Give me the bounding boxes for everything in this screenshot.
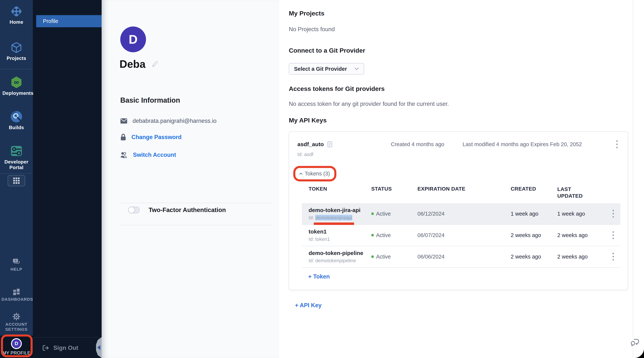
home-icon [10, 5, 23, 18]
sidebar-item-label: ACCOUNT SETTINGS [2, 322, 31, 332]
avatar-ring: D [11, 338, 22, 349]
col-header-expiration: EXPIRATION DATE [411, 186, 504, 192]
token-menu-kebab[interactable] [611, 209, 616, 218]
col-header-token: TOKEN [302, 186, 364, 192]
sidebar-item-developer-portal[interactable]: Developer Portal [0, 144, 33, 170]
expiration-date: 06/07/2024 [411, 232, 504, 238]
sidebar-item-home[interactable]: Home [0, 5, 33, 25]
sidebar-item-label: Builds [9, 125, 24, 130]
table-row-token[interactable]: demo-token-pipeline Id: demotokenpipelin… [302, 246, 620, 268]
api-key-card: asdf_auto Created 4 months ago Last modi… [289, 131, 628, 290]
access-tokens-heading: Access tokens for Git providers [289, 85, 644, 92]
git-provider-select[interactable]: Select a Git Provider [289, 63, 364, 75]
sidebar-item-label: Home [10, 20, 23, 25]
expiration-date: 06/06/2024 [411, 254, 504, 260]
dashboards-icon [12, 288, 20, 296]
created-ago: 2 weeks ago [504, 232, 550, 238]
sidebar-item-label: Projects [6, 56, 26, 61]
grid-menu-icon [12, 176, 20, 185]
sidebar-item-my-profile[interactable]: D MY PROFILE [0, 336, 33, 358]
token-menu-kebab[interactable] [611, 252, 616, 261]
profile-avatar: D [120, 27, 146, 52]
chat-support-icon[interactable] [630, 338, 640, 347]
copy-icon[interactable] [327, 141, 332, 147]
api-keys-heading: My API Keys [289, 117, 644, 124]
updated-ago: 1 week ago [550, 211, 600, 217]
profile-summary-panel: D Deba Basic Information debabrata.panig… [102, 0, 279, 358]
api-key-menu-kebab[interactable] [614, 140, 620, 149]
sidebar-item-projects[interactable]: Projects [0, 41, 33, 61]
collapse-arrow-icon [97, 345, 100, 350]
token-menu-kebab[interactable] [611, 231, 616, 240]
deployments-icon: ∞ [10, 76, 23, 89]
token-id-selected-text: demotokenjiraapi [315, 215, 352, 221]
sidebar-spacer [0, 186, 33, 258]
content-edge-line [633, 0, 633, 358]
divider [120, 203, 272, 203]
switch-account-link[interactable]: Switch Account [133, 151, 176, 158]
builds-icon [10, 110, 23, 123]
sidebar-item-label: HELP [10, 267, 22, 272]
tokens-expander-label: Tokens (3) [305, 170, 330, 177]
tokens-table-header: TOKEN STATUS EXPIRATION DATE CREATED LAS… [302, 186, 620, 203]
two-factor-row: Two-Factor Authentication [128, 207, 226, 214]
email-row: debabrata.panigrahi@harness.io [120, 118, 216, 124]
col-header-last-updated: LAST UPDATED [550, 186, 600, 200]
basic-information-heading: Basic Information [120, 96, 180, 104]
edit-name-pencil-icon[interactable] [151, 60, 158, 68]
change-password-row: Change Password [120, 134, 182, 141]
tokens-table: TOKEN STATUS EXPIRATION DATE CREATED LAS… [302, 186, 620, 268]
status-label: Active [376, 232, 391, 238]
sidebar-item-builds[interactable]: Builds [0, 110, 33, 130]
chevron-up-icon [299, 171, 303, 176]
table-row-token[interactable]: demo-token-jira-api Id: demotokenjiraapi… [302, 203, 620, 225]
git-provider-select-value: Select a Git Provider [294, 66, 347, 72]
add-api-key-button[interactable]: + API Key [295, 302, 322, 309]
toggle-knob [128, 207, 135, 213]
api-key-name-group: asdf_auto [298, 141, 391, 147]
nav-item-profile-selected[interactable]: Profile [36, 15, 102, 27]
developer-portal-icon [10, 144, 23, 158]
profile-name: Deba [120, 58, 146, 70]
git-provider-heading: Connect to a Git Provider [289, 47, 644, 54]
token-name: demo-token-pipeline [308, 250, 364, 256]
divider [120, 225, 272, 225]
sidebar-item-label: DASHBOARDS [2, 297, 31, 302]
sidebar-utility-section: ? HELP DASHBOARDS [0, 258, 33, 336]
tokens-expander[interactable]: Tokens (3) [293, 166, 336, 182]
api-key-created: Created 4 months ago [391, 141, 462, 147]
sign-out-button[interactable]: Sign Out [33, 337, 102, 358]
mail-icon [120, 118, 127, 124]
status-dot [371, 212, 374, 215]
status-dot [371, 255, 374, 258]
switch-account-row: Switch Account [120, 151, 176, 158]
col-header-created: CREATED [504, 186, 550, 192]
secondary-sidebar: Profile Sign Out [33, 0, 102, 358]
svg-text:?: ? [14, 259, 16, 262]
module-picker-button[interactable] [8, 175, 25, 186]
screen-corner [634, 348, 644, 358]
sidebar-item-dashboards[interactable]: DASHBOARDS [2, 288, 31, 302]
table-row-token[interactable]: token1 Id: token1 Active 06/07/2024 2 we… [302, 225, 620, 246]
sidebar-item-help[interactable]: ? HELP [10, 258, 22, 272]
app-window: Home Projects ∞ [0, 0, 644, 358]
status-label: Active [376, 211, 391, 217]
sidebar-item-account-settings[interactable]: ACCOUNT SETTINGS [2, 312, 31, 332]
access-tokens-empty-text: No access token for any git provider fou… [289, 101, 644, 107]
add-token-button[interactable]: + Token [308, 273, 330, 280]
module-section-top: Home Projects [0, 0, 33, 69]
token-id: Id: demotokenjiraapi [308, 215, 364, 221]
sidebar-item-deployments[interactable]: ∞ Deployments [0, 76, 33, 96]
expiration-date: 06/12/2024 [411, 211, 504, 217]
token-id: Id: demotokenpipeline [308, 258, 364, 264]
my-projects-empty-text: No Projects found [289, 26, 644, 33]
sign-out-label: Sign Out [53, 344, 78, 351]
profile-name-row: Deba [120, 58, 158, 70]
change-password-link[interactable]: Change Password [132, 134, 182, 140]
main-content: My Projects No Projects found Connect to… [279, 0, 644, 358]
two-factor-toggle[interactable] [128, 207, 140, 213]
module-sidebar: Home Projects ∞ [0, 0, 33, 358]
created-ago: 2 weeks ago [504, 254, 550, 260]
svg-text:∞: ∞ [14, 78, 19, 86]
sidebar-item-label: Developer Portal [2, 159, 30, 170]
